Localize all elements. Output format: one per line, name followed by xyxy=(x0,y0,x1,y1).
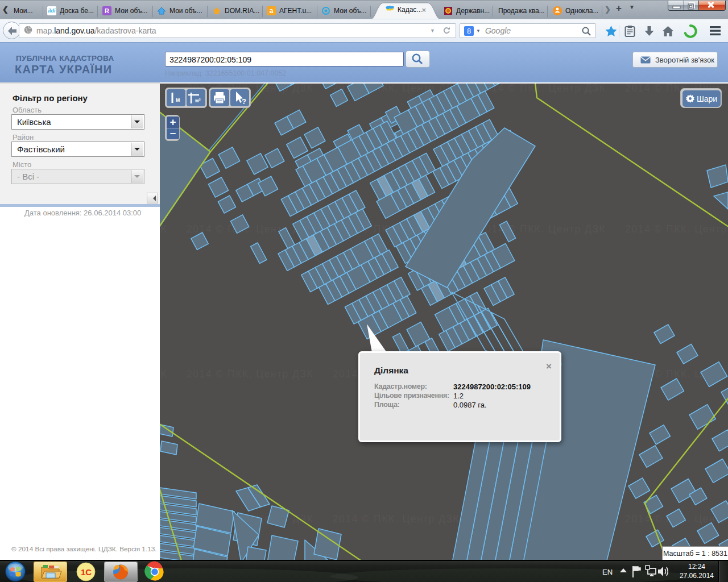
svg-text:1С: 1С xyxy=(81,567,92,577)
svg-text:2014 © ПКК. Центр ДЗК: 2014 © ПКК. Центр ДЗК xyxy=(479,84,606,94)
svg-text:2014 © ПКК. Центр ДЗК: 2014 © ПКК. Центр ДЗК xyxy=(333,513,460,525)
svg-text:?: ? xyxy=(242,97,246,106)
svg-text:2014 © ПКК. Центр ДЗК: 2014 © ПКК. Центр ДЗК xyxy=(160,368,167,380)
svg-text:2014 © ПКК. Центр ДЗК: 2014 © ПКК. Центр ДЗК xyxy=(479,223,606,235)
svg-text:м: м xyxy=(176,97,180,103)
svg-text:EN: EN xyxy=(602,568,613,576)
svg-text:2014 © ПКК. Центр ДЗК: 2014 © ПКК. Центр ДЗК xyxy=(187,368,313,380)
svg-text:2014 © ПКК. Центр ДЗК: 2014 © ПКК. Центр ДЗК xyxy=(625,223,728,235)
svg-text:м²: м² xyxy=(195,98,201,103)
